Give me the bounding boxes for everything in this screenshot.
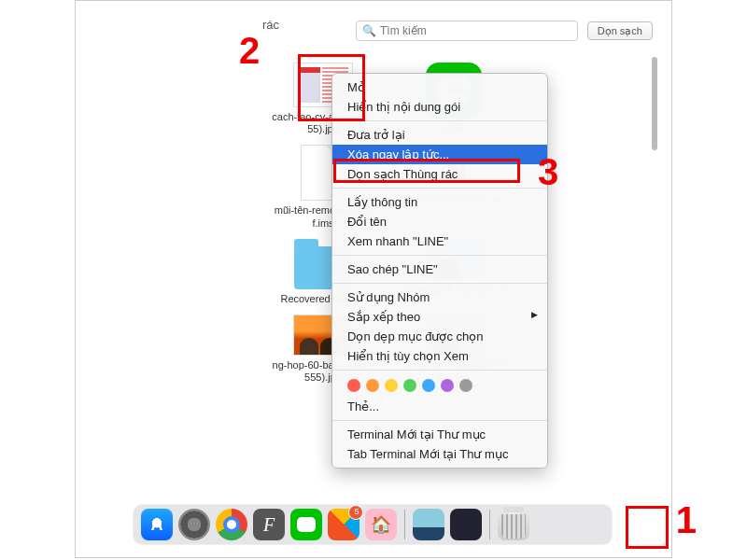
toolbar: 🔍 Dọn sạch <box>253 18 653 44</box>
menu-separator <box>332 420 547 421</box>
search-icon: 🔍 <box>362 24 376 37</box>
tag-orange[interactable] <box>366 379 379 392</box>
context-menu: Mở Hiển thị nội dung gói Đưa trở lại Xóa… <box>331 73 548 469</box>
menu-show-view-options[interactable]: Hiển thị tùy chọn Xem <box>332 346 547 366</box>
search-input[interactable] <box>380 24 571 37</box>
menu-tags-row <box>332 374 547 397</box>
scrollbar-thumb[interactable] <box>652 57 657 150</box>
dock-minimized-window-icon[interactable] <box>413 509 444 540</box>
menu-open[interactable]: Mở <box>332 77 547 97</box>
empty-trash-button[interactable]: Dọn sạch <box>587 21 653 40</box>
menu-separator <box>332 255 547 256</box>
menu-put-back[interactable]: Đưa trở lại <box>332 125 547 145</box>
tag-green[interactable] <box>403 379 416 392</box>
menu-show-package-contents[interactable]: Hiển thị nội dung gói <box>332 97 547 117</box>
menu-rename[interactable]: Đổi tên <box>332 212 547 231</box>
menu-separator <box>332 120 547 121</box>
menu-use-groups[interactable]: Sử dụng Nhóm <box>332 287 547 307</box>
dock-separator <box>489 510 490 539</box>
dock-microsoft-icon[interactable] <box>328 509 359 540</box>
dock-home-icon[interactable]: 🏠 <box>365 509 397 540</box>
menu-tags[interactable]: Thẻ... <box>332 397 547 416</box>
dock-app-store-icon[interactable] <box>141 509 173 540</box>
menu-quick-look[interactable]: Xem nhanh "LINE" <box>332 231 547 251</box>
dock-font-app-icon[interactable]: F <box>253 509 285 540</box>
menu-copy[interactable]: Sao chép "LINE" <box>332 259 547 279</box>
menu-new-terminal[interactable]: Terminal Mới tại Thư mục <box>332 425 547 444</box>
menu-sort-by[interactable]: Sắp xếp theo <box>332 307 547 327</box>
dock-separator <box>404 510 405 539</box>
dock-trash-icon[interactable] <box>498 509 529 540</box>
menu-separator <box>332 370 547 371</box>
menu-new-terminal-tab[interactable]: Tab Terminal Mới tại Thư mục <box>332 444 547 464</box>
tag-yellow[interactable] <box>385 379 398 392</box>
tag-red[interactable] <box>347 379 360 392</box>
tag-purple[interactable] <box>441 379 454 392</box>
annotation-number-1: 1 <box>676 499 697 541</box>
dock-chrome-icon[interactable] <box>216 509 247 540</box>
search-field[interactable]: 🔍 <box>356 21 578 41</box>
menu-delete-immediately[interactable]: Xóa ngay lập tức... <box>332 145 547 164</box>
menu-separator <box>332 283 547 284</box>
dock-line-icon[interactable] <box>290 509 322 540</box>
menu-clean-up-selection[interactable]: Dọn dẹp mục được chọn <box>332 327 547 346</box>
menu-separator <box>332 188 547 189</box>
dock: F 🏠 <box>133 504 613 545</box>
tag-gray[interactable] <box>459 379 472 392</box>
menu-get-info[interactable]: Lấy thông tin <box>332 192 547 212</box>
tag-blue[interactable] <box>422 379 435 392</box>
dock-system-preferences-icon[interactable] <box>178 509 210 540</box>
dock-minimized-window-icon[interactable] <box>450 509 482 540</box>
menu-empty-trash[interactable]: Dọn sạch Thùng rác <box>332 164 547 184</box>
